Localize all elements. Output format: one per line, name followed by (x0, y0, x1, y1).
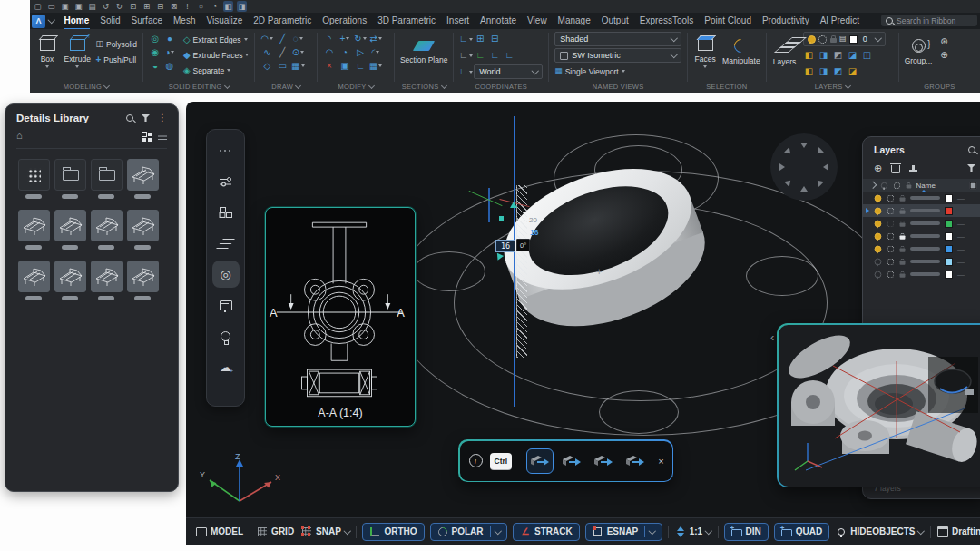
copy-icon[interactable]: ⊞ (142, 1, 152, 12)
extrude-mode-1[interactable] (526, 448, 554, 474)
grip-point[interactable] (499, 216, 504, 221)
layer-freeze-icon[interactable] (887, 271, 895, 278)
tab-point-cloud[interactable]: Point Cloud (703, 12, 752, 30)
layer-visibility-icon[interactable] (875, 271, 882, 278)
structure-icon[interactable] (212, 199, 240, 226)
line-tool-icon[interactable]: ╱ (276, 46, 289, 58)
tab-manage[interactable]: Manage (557, 12, 592, 30)
layer-lock-icon[interactable]: ◪ (847, 50, 859, 62)
faces-select-button[interactable]: Faces (693, 32, 717, 68)
status-divider[interactable] (250, 526, 250, 538)
layer-lock-icon[interactable] (900, 248, 906, 251)
section-drawing-inset[interactable]: A A A-A (1:4) (265, 207, 416, 427)
orbit-arrow-icon[interactable] (800, 143, 808, 148)
layer-color-swatch[interactable] (945, 220, 953, 228)
adjust-sliders-icon[interactable] (212, 168, 240, 195)
layer-on-icon[interactable]: ◨ (818, 66, 830, 78)
layer-freeze-icon[interactable] (887, 245, 895, 252)
ucs-object-icon[interactable]: ∟ (503, 50, 515, 62)
model-toggle[interactable]: MODEL (195, 525, 244, 539)
layer-visibility-icon[interactable] (875, 220, 882, 227)
undo-icon[interactable]: ↺ (101, 1, 111, 12)
layer-thaw-icon[interactable]: ◩ (832, 66, 845, 78)
layer-match-icon[interactable]: ◫ (861, 50, 874, 62)
status-divider[interactable] (930, 526, 931, 538)
snap-toggle[interactable]: SNAP (300, 525, 350, 539)
layer-visibility-icon[interactable] (875, 232, 882, 240)
polar-toggle[interactable]: POLAR (430, 523, 508, 541)
tab-3d-parametric[interactable]: 3D Parametric (377, 12, 436, 30)
tab-annotate[interactable]: Annotate (479, 12, 517, 30)
layer-row[interactable]: — (863, 242, 980, 255)
library-model-tile[interactable] (54, 210, 84, 250)
open-file-icon[interactable]: ▭ (46, 1, 56, 12)
redo-icon[interactable]: ↻ (114, 1, 124, 12)
spline-tool-icon[interactable]: ∿ (260, 46, 273, 58)
layer-isolate-icon[interactable]: ◨ (818, 50, 830, 62)
layer-select[interactable]: ▤ 0 (803, 32, 886, 46)
quad-toggle[interactable]: QUAD (774, 523, 829, 541)
layer-lock-icon[interactable] (900, 222, 906, 226)
render-icon[interactable]: ○ (196, 1, 206, 12)
scale-icon[interactable]: ◔ (338, 46, 351, 58)
hatch-tool-icon[interactable]: ▦ (291, 60, 304, 72)
mirror-icon[interactable]: ⇄ (369, 33, 382, 44)
check-icon[interactable]: ◍ (163, 60, 176, 72)
xref-icon[interactable]: ⊡ (128, 1, 138, 12)
panel-label[interactable]: SOLID EDITING (143, 83, 255, 91)
layer-state-icon[interactable]: ◧ (803, 50, 816, 62)
layer-row[interactable]: — (863, 192, 980, 204)
view-select[interactable]: SW Isometric (554, 48, 681, 63)
visual-style-icon[interactable]: ◧ (223, 1, 233, 12)
balloon-icon[interactable] (212, 322, 240, 349)
grid-toggle[interactable]: GRID (256, 525, 295, 539)
ucs-origin-icon[interactable]: ∟ (459, 50, 472, 62)
tab-solid[interactable]: Solid (99, 12, 121, 30)
layer-visibility-icon[interactable] (875, 207, 882, 214)
tab-mesh[interactable]: Mesh (172, 12, 196, 30)
panel-label[interactable]: MODIFY (318, 83, 394, 91)
tab-view[interactable]: View (526, 12, 548, 30)
orbit-arrow-icon[interactable] (784, 178, 793, 187)
tab-insert[interactable]: Insert (446, 12, 470, 30)
layer-color-swatch[interactable] (945, 245, 953, 253)
layer-row[interactable]: — (863, 268, 980, 280)
panel-label[interactable]: MODELING (30, 83, 142, 91)
layer-freeze-icon[interactable]: ◩ (832, 50, 845, 62)
orbit-arrow-icon[interactable] (823, 163, 828, 171)
pushpull-button[interactable]: +Push/Pull (95, 53, 137, 66)
library-folder-tile[interactable] (91, 159, 121, 199)
layer-lock-icon[interactable] (900, 273, 906, 277)
move-icon[interactable]: + (338, 33, 351, 44)
rectangle-tool-icon[interactable]: ▭ (276, 60, 289, 72)
layer-freeze-icon[interactable] (887, 232, 895, 240)
extrude-mode-3[interactable] (590, 448, 617, 474)
layers-button[interactable]: Layers (772, 32, 798, 66)
ucs-z-axis-icon[interactable]: ∟ (474, 50, 486, 62)
ortho-toggle[interactable]: ORTHO (362, 523, 424, 541)
ucs-view-icon[interactable]: ∟ (488, 50, 501, 62)
shell-icon[interactable]: ◒ (149, 60, 162, 72)
alert-icon[interactable]: ! (182, 1, 192, 12)
layer-visibility-icon[interactable] (875, 258, 882, 265)
tab-expresstools[interactable]: ExpressTools (639, 12, 694, 30)
revision-cloud-icon[interactable]: ◌ (291, 33, 304, 44)
status-divider[interactable] (356, 526, 357, 538)
explode-icon[interactable]: ▣ (338, 60, 351, 72)
board-icon[interactable] (212, 291, 240, 319)
search-icon[interactable] (968, 146, 975, 153)
slice-icon[interactable]: ◑ (163, 46, 176, 58)
library-model-tile[interactable] (18, 210, 48, 250)
panel-label[interactable]: LAYERS (767, 83, 898, 91)
library-model-tile[interactable] (127, 210, 157, 250)
manipulate-button[interactable]: Manipulate (722, 32, 760, 65)
status-divider[interactable] (718, 526, 719, 538)
rotate-icon[interactable]: ↻ (354, 33, 367, 44)
layer-freeze-icon[interactable] (887, 258, 895, 265)
esnap-toggle[interactable]: ESNAP (585, 523, 662, 541)
paste-icon[interactable]: ⊟ (155, 1, 165, 12)
fillet-icon[interactable]: ◜ (369, 46, 382, 58)
arc-tool-icon[interactable]: ◠ (260, 33, 273, 44)
tab-operations[interactable]: Operations (321, 12, 368, 30)
collapse-inset-icon[interactable]: ‹ (770, 330, 774, 344)
